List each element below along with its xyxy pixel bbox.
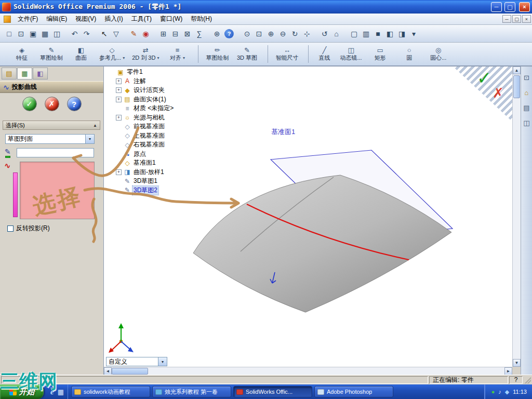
front-plane[interactable]: ◇ 前视基准面	[116, 122, 195, 131]
task-folder-solidwork-tutorial[interactable]: solidwork动画教程	[71, 386, 150, 397]
child-restore-button[interactable]: ▢	[512, 15, 521, 23]
view-preset-combo[interactable]: 自定义 ▾	[106, 357, 167, 366]
surface-bodies[interactable]: + ▤ 曲面实体(1)	[116, 95, 195, 104]
selection-section-header[interactable]: 选择(S) ▲	[3, 121, 100, 130]
wireframe-icon[interactable]: ▢	[348, 28, 360, 40]
help-button[interactable]: ?	[67, 97, 82, 111]
annotations[interactable]: + A 注解	[116, 77, 195, 86]
surface-loft[interactable]: + ◨ 曲面-放样1	[116, 168, 195, 177]
view-orientation-icon[interactable]: ⌂	[330, 28, 342, 40]
sketch-tab[interactable]: ✎ 草图绘制 ▾	[37, 45, 65, 63]
shaded-icon[interactable]: ■	[372, 28, 384, 40]
task-candlelight-tutorial[interactable]: 烛光系列教程 第一卷	[152, 386, 231, 397]
mass-properties-icon[interactable]: ∑	[193, 28, 205, 40]
collapse-icon[interactable]: ▲	[93, 123, 97, 128]
child-close-button[interactable]: ×	[522, 15, 531, 23]
reference-geometry-tab[interactable]: ◇ 参考几... ▾	[97, 45, 127, 63]
vertical-scroll-thumb[interactable]	[513, 75, 520, 98]
menu-insert[interactable]: 插入(I)	[100, 14, 127, 24]
expand-toggle[interactable]: +	[116, 87, 122, 93]
corner-accept-icon[interactable]: ✓	[477, 68, 492, 88]
expand-toggle[interactable]: +	[116, 78, 122, 84]
propertymanager-tab[interactable]: ▦	[17, 68, 32, 79]
feature-display-icon[interactable]: ▤	[523, 104, 529, 112]
scroll-up-icon[interactable]: ▲	[513, 66, 521, 74]
sketch-icon[interactable]: ✎	[128, 28, 140, 40]
scroll-right-icon[interactable]: ►	[504, 367, 512, 375]
selection-filter-icon[interactable]: ▽	[110, 28, 122, 40]
expand-toggle[interactable]: +	[116, 97, 122, 102]
menu-view[interactable]: 视图(V)	[71, 14, 100, 24]
design-binder[interactable]: + ◆ 设计活页夹	[116, 86, 195, 95]
zoom-area-icon[interactable]: ⊡	[253, 28, 265, 40]
restore-button[interactable]: ▢	[504, 2, 515, 12]
options-icon[interactable]: ⊛	[211, 28, 223, 40]
start-button[interactable]: 开始	[0, 384, 44, 399]
undo-icon[interactable]: ↶	[69, 28, 81, 40]
refresh-icon[interactable]: ↺	[318, 28, 330, 40]
top-plane[interactable]: ◇ 上视基准面	[116, 131, 195, 141]
close-button[interactable]: ×	[519, 2, 530, 12]
surfaces-tab[interactable]: ◧ 曲面 ▾	[68, 45, 95, 63]
task-photoshop[interactable]: Adobe Photoshop	[314, 386, 393, 397]
reverse-projection-checkbox[interactable]	[7, 225, 14, 232]
task-solidworks[interactable]: SolidWorks Offic...	[233, 386, 312, 397]
right-plane[interactable]: ◇ 右视基准面	[116, 140, 195, 150]
help-icon[interactable]: ?	[224, 29, 234, 38]
zoom-in-out-icon[interactable]: ⊕	[265, 28, 277, 40]
zoom-to-fit-icon[interactable]: ⊙	[241, 28, 253, 40]
ie-quicklaunch-icon[interactable]: e	[50, 388, 54, 396]
ok-button[interactable]: ✓	[22, 97, 37, 111]
featuremanager-tab[interactable]: ▤	[2, 68, 17, 79]
menu-window[interactable]: 窗口(W)	[156, 14, 187, 24]
shadows-icon[interactable]: ◧	[384, 28, 396, 40]
antivirus-tray-icon[interactable]: ●	[491, 389, 495, 395]
dropdown-arrow-icon[interactable]: ▾	[158, 357, 167, 366]
projection-type-dropdown[interactable]: 草图到面 ▾	[5, 134, 95, 144]
vertical-scrollbar[interactable]: ▲ ▼	[512, 66, 521, 367]
menu-file[interactable]: 文件(F)	[14, 14, 42, 24]
scroll-down-icon[interactable]: ▼	[513, 359, 521, 367]
align-tab[interactable]: ≡ 对齐 ▾	[164, 45, 191, 63]
circle-button[interactable]: ○ 圆 ▾	[396, 45, 423, 63]
sketch3d-2[interactable]: ✎ 3D草图2	[116, 186, 195, 195]
expand-toggle[interactable]: +	[116, 115, 122, 121]
scroll-left-icon[interactable]: ◄	[104, 367, 112, 375]
view-dropdown-icon[interactable]: ▾	[408, 28, 420, 40]
smart-dimension-button[interactable]: ↔ 智能尺寸 ▾	[268, 45, 301, 63]
sketch-selection-input[interactable]	[17, 148, 94, 157]
centerpoint-arc-button[interactable]: ◎ 圆心... ▾	[425, 45, 452, 63]
print-preview-icon[interactable]: ◫	[51, 28, 63, 40]
lights-cameras[interactable]: + ☼ 光源与相机	[116, 113, 195, 123]
3d-sketch-button[interactable]: ✎ 3D 草图 ▾	[233, 45, 260, 63]
menu-help[interactable]: 帮助(H)	[187, 14, 216, 24]
resize-grip[interactable]	[524, 376, 531, 383]
features-tab[interactable]: ◈ 特征 ▾	[8, 45, 35, 63]
fullscreen-icon[interactable]: ⊡	[524, 74, 529, 82]
rebuild-icon[interactable]: ◉	[140, 28, 152, 40]
dropdown-arrow-icon[interactable]: ▾	[85, 135, 94, 143]
origin[interactable]: ↘ 原点	[116, 150, 195, 159]
corner-cancel-icon[interactable]: ✗	[493, 85, 504, 101]
line-button[interactable]: ╱ 直线 ▾	[308, 45, 335, 63]
horizontal-scrollbar[interactable]: ◄ ►	[104, 367, 512, 375]
sketch3d-1[interactable]: ✎ 3D草图1	[116, 177, 195, 186]
2d-to-3d-tab[interactable]: ⇄ 2D 到 3D ▾	[129, 45, 162, 63]
menu-edit[interactable]: 编辑(E)	[42, 14, 71, 24]
horizontal-scroll-thumb[interactable]	[112, 368, 148, 375]
home-view-icon[interactable]: ⌂	[525, 89, 529, 97]
pan-icon[interactable]: ⊹	[301, 28, 313, 40]
material[interactable]: ≡ 材质 <未指定>	[116, 104, 195, 113]
expand-toggle[interactable]: +	[116, 169, 122, 175]
redo-icon[interactable]: ↷	[81, 28, 92, 40]
measure-icon[interactable]: ⊠	[181, 28, 193, 40]
plane1[interactable]: ◇ 基准面1	[116, 158, 195, 168]
document-icon[interactable]	[4, 16, 11, 23]
new-icon[interactable]: □	[3, 28, 15, 40]
volume-tray-icon[interactable]: ♪	[498, 389, 501, 395]
select-icon[interactable]: ↖	[98, 28, 110, 40]
menu-tools[interactable]: 工具(T)	[127, 14, 156, 24]
open-icon[interactable]: ⊡	[15, 28, 27, 40]
rotate-view-icon[interactable]: ↻	[289, 28, 301, 40]
hidden-lines-icon[interactable]: ▥	[360, 28, 372, 40]
